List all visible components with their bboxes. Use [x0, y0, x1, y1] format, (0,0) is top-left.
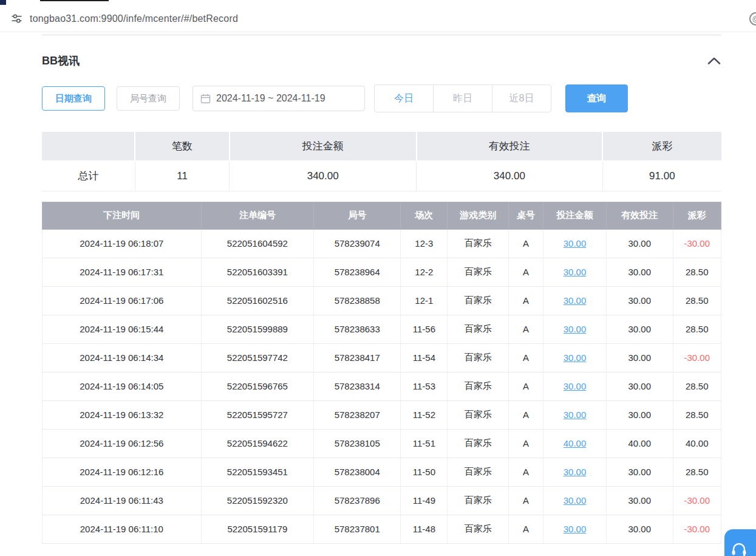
round-no-cell: 578239074: [314, 229, 401, 258]
date-range-picker[interactable]: 2024-11-19 ~ 2024-11-19: [192, 86, 365, 111]
table-row: 2024-11-19 06:18:07522051604592578239074…: [43, 229, 721, 258]
header-table-no: 桌号: [509, 202, 543, 229]
payout-cell: 28.50: [673, 458, 721, 486]
section-header: BB视讯: [42, 53, 721, 68]
bet-amount-cell: 30.00: [543, 458, 607, 486]
bet-time-cell: 2024-11-19 06:17:31: [43, 258, 202, 286]
table-no-cell: A: [509, 429, 543, 458]
valid-bet-cell: 30.00: [607, 286, 673, 315]
table-no-cell: A: [509, 286, 543, 315]
round-no-cell: 578238964: [314, 258, 401, 286]
summary-header-row: 笔数 投注金额 有效投注 派彩: [42, 131, 721, 161]
payout-cell: 28.50: [673, 400, 721, 429]
bet-id-cell: 522051596765: [201, 372, 314, 400]
bet-table-header-row: 下注时间 注单编号 局号 场次 游戏类别 桌号 投注金额 有效投注 派彩: [43, 202, 721, 229]
session-cell: 11-54: [401, 343, 448, 372]
url-text[interactable]: tongbao31.com:9900/infe/mcenter/#/betRec…: [30, 13, 238, 24]
round-no-cell: 578238417: [314, 343, 401, 372]
bet-amount-link[interactable]: 30.00: [564, 524, 587, 534]
bet-amount-link[interactable]: 30.00: [564, 467, 587, 477]
round-no-cell: 578238105: [314, 429, 401, 458]
session-cell: 11-52: [401, 400, 448, 429]
bet-amount-link[interactable]: 30.00: [564, 410, 587, 420]
payout-cell: 28.50: [673, 315, 721, 343]
summary-header-count: 笔数: [135, 131, 230, 161]
summary-header-blank: [42, 131, 135, 161]
collapse-section-button[interactable]: [707, 57, 721, 65]
valid-bet-cell: 30.00: [607, 343, 673, 372]
bet-amount-link[interactable]: 30.00: [564, 238, 587, 249]
filter-toolbar: 日期查询 局号查询 2024-11-19 ~ 2024-11-19 今日 昨日 …: [42, 84, 721, 112]
table-no-cell: A: [509, 258, 543, 286]
bet-amount-link[interactable]: 30.00: [564, 324, 587, 334]
summary-valid-bet-value: 340.00: [417, 161, 603, 191]
bet-amount-link[interactable]: 30.00: [564, 295, 587, 306]
bet-amount-link[interactable]: 30.00: [564, 267, 587, 277]
header-bet-amount: 投注金额: [543, 202, 607, 229]
valid-bet-cell: 30.00: [607, 229, 673, 258]
table-row: 2024-11-19 06:17:31522051603391578238964…: [43, 258, 721, 286]
extension-icon-partial[interactable]: @: [749, 12, 756, 26]
game-type-cell: 百家乐: [448, 343, 509, 372]
bet-time-cell: 2024-11-19 06:15:44: [43, 315, 202, 343]
quick-range-last8days-button[interactable]: 近8日: [492, 84, 551, 112]
game-type-cell: 百家乐: [448, 258, 509, 286]
summary-header-payout: 派彩: [602, 131, 721, 161]
session-cell: 11-56: [401, 315, 448, 343]
tab-favicon-fragment: [0, 0, 6, 5]
date-query-tab-button[interactable]: 日期查询: [42, 86, 105, 111]
bet-amount-link[interactable]: 30.00: [564, 381, 587, 391]
round-no-cell: 578238314: [314, 372, 401, 400]
payout-cell: 28.50: [673, 372, 721, 400]
game-type-cell: 百家乐: [448, 515, 509, 543]
content-top-divider: [42, 35, 721, 35]
browser-url-bar[interactable]: tongbao31.com:9900/infe/mcenter/#/betRec…: [0, 5, 756, 32]
table-row: 2024-11-19 06:13:32522051595727578238207…: [43, 400, 721, 429]
table-row: 2024-11-19 06:11:43522051592320578237896…: [43, 486, 721, 515]
bet-amount-link[interactable]: 30.00: [564, 352, 587, 363]
table-row: 2024-11-19 06:15:44522051599889578238633…: [43, 315, 721, 343]
bet-id-cell: 522051603391: [201, 258, 314, 286]
bet-id-cell: 522051592320: [201, 486, 314, 515]
session-cell: 11-49: [401, 486, 448, 515]
table-no-cell: A: [509, 515, 543, 543]
header-payout: 派彩: [673, 202, 721, 229]
quick-range-yesterday-button[interactable]: 昨日: [433, 84, 492, 112]
game-type-cell: 百家乐: [448, 458, 509, 486]
quick-range-today-button[interactable]: 今日: [374, 84, 434, 112]
valid-bet-cell: 30.00: [607, 258, 673, 286]
round-no-cell: 578238004: [314, 458, 401, 486]
customer-service-button[interactable]: [724, 529, 756, 556]
round-query-tab-button[interactable]: 局号查询: [117, 86, 180, 111]
bet-time-cell: 2024-11-19 06:11:10: [43, 515, 202, 543]
bet-amount-link[interactable]: 40.00: [564, 438, 587, 448]
table-no-cell: A: [509, 229, 543, 258]
site-permissions-icon[interactable]: [11, 13, 22, 24]
session-cell: 12-2: [401, 258, 448, 286]
bet-amount-cell: 40.00: [543, 429, 607, 458]
valid-bet-cell: 30.00: [607, 458, 673, 486]
bet-id-cell: 522051591179: [201, 515, 314, 543]
bet-amount-cell: 30.00: [543, 286, 607, 315]
payout-cell: -30.00: [673, 515, 721, 543]
search-button[interactable]: 查询: [565, 84, 628, 112]
game-type-cell: 百家乐: [448, 372, 509, 400]
bet-time-cell: 2024-11-19 06:12:16: [43, 458, 202, 486]
header-bet-id: 注单编号: [201, 202, 314, 229]
bet-amount-cell: 30.00: [543, 258, 607, 286]
summary-total-label: 总计: [42, 161, 135, 191]
bet-id-cell: 522051595727: [201, 400, 314, 429]
date-range-value: 2024-11-19 ~ 2024-11-19: [216, 93, 325, 104]
summary-payout-value: 91.00: [602, 161, 721, 191]
payout-cell: 40.00: [673, 429, 721, 458]
bet-time-cell: 2024-11-19 06:12:56: [43, 429, 202, 458]
bet-amount-link[interactable]: 30.00: [564, 495, 587, 506]
payout-cell: 28.50: [673, 258, 721, 286]
valid-bet-cell: 30.00: [607, 486, 673, 515]
chevron-up-icon: [707, 57, 721, 65]
table-row: 2024-11-19 06:14:05522051596765578238314…: [43, 372, 721, 400]
summary-table: 笔数 投注金额 有效投注 派彩 总计 11 340.00 340.00 91.0…: [42, 131, 721, 191]
bet-time-cell: 2024-11-19 06:18:07: [43, 229, 202, 258]
summary-total-row: 总计 11 340.00 340.00 91.00: [42, 161, 721, 191]
tab-edge-fragment: [40, 0, 109, 1]
